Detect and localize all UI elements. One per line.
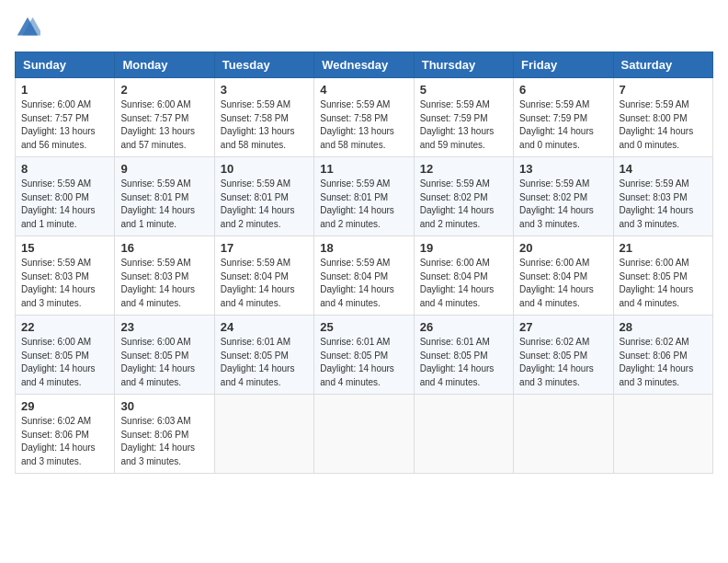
day-info: Sunrise: 5:59 AM Sunset: 8:00 PM Dayligh… (620, 98, 707, 152)
day-info: Sunrise: 6:00 AM Sunset: 8:05 PM Dayligh… (120, 336, 208, 389)
day-number: 1 (21, 83, 108, 97)
day-number: 28 (620, 320, 707, 334)
day-number: 3 (221, 83, 308, 97)
calendar-cell: 18Sunrise: 5:59 AM Sunset: 8:04 PM Dayli… (314, 236, 414, 316)
calendar-week-4: 22Sunrise: 6:00 AM Sunset: 8:05 PM Dayli… (16, 316, 713, 395)
day-number: 2 (120, 83, 208, 97)
calendar-cell: 6Sunrise: 5:59 AM Sunset: 7:59 PM Daylig… (514, 78, 613, 157)
day-info: Sunrise: 5:59 AM Sunset: 8:03 PM Dayligh… (120, 257, 208, 310)
calendar-cell: 15Sunrise: 5:59 AM Sunset: 8:03 PM Dayli… (16, 236, 115, 316)
day-info: Sunrise: 6:02 AM Sunset: 8:06 PM Dayligh… (21, 415, 108, 468)
day-info: Sunrise: 6:00 AM Sunset: 8:04 PM Dayligh… (519, 257, 607, 310)
calendar-cell: 14Sunrise: 5:59 AM Sunset: 8:03 PM Dayli… (613, 157, 712, 236)
day-info: Sunrise: 5:59 AM Sunset: 7:58 PM Dayligh… (320, 98, 407, 152)
calendar-cell: 26Sunrise: 6:01 AM Sunset: 8:05 PM Dayli… (414, 316, 513, 395)
day-number: 8 (21, 162, 108, 176)
calendar-cell: 21Sunrise: 6:00 AM Sunset: 8:05 PM Dayli… (613, 236, 712, 316)
calendar-cell: 25Sunrise: 6:01 AM Sunset: 8:05 PM Dayli… (314, 316, 414, 395)
weekday-header-tuesday: Tuesday (214, 52, 313, 78)
day-number: 29 (21, 399, 108, 413)
calendar-cell (214, 395, 313, 474)
calendar-cell: 9Sunrise: 5:59 AM Sunset: 8:01 PM Daylig… (115, 157, 214, 236)
calendar-cell: 5Sunrise: 5:59 AM Sunset: 7:59 PM Daylig… (414, 78, 513, 157)
day-info: Sunrise: 5:59 AM Sunset: 8:00 PM Dayligh… (21, 178, 108, 231)
calendar-cell: 22Sunrise: 6:00 AM Sunset: 8:05 PM Dayli… (16, 316, 115, 395)
day-info: Sunrise: 6:02 AM Sunset: 8:05 PM Dayligh… (519, 336, 607, 389)
day-info: Sunrise: 5:59 AM Sunset: 8:01 PM Dayligh… (120, 178, 208, 231)
calendar-cell (514, 395, 613, 474)
day-number: 11 (320, 162, 407, 176)
day-number: 22 (21, 320, 108, 334)
day-number: 20 (519, 241, 607, 255)
day-number: 18 (320, 241, 407, 255)
day-number: 26 (420, 320, 507, 334)
day-number: 19 (420, 241, 507, 255)
day-number: 9 (120, 162, 208, 176)
calendar-cell: 12Sunrise: 5:59 AM Sunset: 8:02 PM Dayli… (414, 157, 513, 236)
day-info: Sunrise: 6:00 AM Sunset: 7:57 PM Dayligh… (120, 98, 208, 152)
day-info: Sunrise: 5:59 AM Sunset: 8:01 PM Dayligh… (221, 178, 308, 231)
calendar-cell: 19Sunrise: 6:00 AM Sunset: 8:04 PM Dayli… (414, 236, 513, 316)
day-info: Sunrise: 5:59 AM Sunset: 8:03 PM Dayligh… (620, 178, 707, 231)
day-number: 6 (519, 83, 607, 97)
day-info: Sunrise: 6:02 AM Sunset: 8:06 PM Dayligh… (620, 336, 707, 389)
day-number: 13 (519, 162, 607, 176)
calendar-table: SundayMondayTuesdayWednesdayThursdayFrid… (15, 52, 713, 474)
calendar-cell: 30Sunrise: 6:03 AM Sunset: 8:06 PM Dayli… (115, 395, 214, 474)
day-number: 7 (620, 83, 707, 97)
calendar-week-3: 15Sunrise: 5:59 AM Sunset: 8:03 PM Dayli… (16, 236, 713, 316)
day-info: Sunrise: 5:59 AM Sunset: 8:04 PM Dayligh… (221, 257, 308, 310)
day-number: 15 (21, 241, 108, 255)
day-info: Sunrise: 6:03 AM Sunset: 8:06 PM Dayligh… (120, 415, 208, 468)
calendar-cell: 23Sunrise: 6:00 AM Sunset: 8:05 PM Dayli… (115, 316, 214, 395)
calendar-cell: 2Sunrise: 6:00 AM Sunset: 7:57 PM Daylig… (115, 78, 214, 157)
weekday-header-thursday: Thursday (414, 52, 513, 78)
day-info: Sunrise: 6:01 AM Sunset: 8:05 PM Dayligh… (420, 336, 507, 389)
page-header (15, 15, 713, 40)
day-info: Sunrise: 6:00 AM Sunset: 7:57 PM Dayligh… (21, 98, 108, 152)
logo (15, 15, 44, 40)
day-number: 10 (221, 162, 308, 176)
calendar-cell: 17Sunrise: 5:59 AM Sunset: 8:04 PM Dayli… (214, 236, 313, 316)
day-info: Sunrise: 6:00 AM Sunset: 8:05 PM Dayligh… (21, 336, 108, 389)
calendar-cell: 8Sunrise: 5:59 AM Sunset: 8:00 PM Daylig… (16, 157, 115, 236)
calendar-week-1: 1Sunrise: 6:00 AM Sunset: 7:57 PM Daylig… (16, 78, 713, 157)
day-number: 23 (120, 320, 208, 334)
day-info: Sunrise: 6:01 AM Sunset: 8:05 PM Dayligh… (221, 336, 308, 389)
logo-icon (15, 15, 40, 40)
weekday-header-saturday: Saturday (613, 52, 712, 78)
day-info: Sunrise: 5:59 AM Sunset: 8:02 PM Dayligh… (519, 178, 607, 231)
day-number: 25 (320, 320, 407, 334)
calendar-cell: 10Sunrise: 5:59 AM Sunset: 8:01 PM Dayli… (214, 157, 313, 236)
day-info: Sunrise: 5:59 AM Sunset: 8:04 PM Dayligh… (320, 257, 407, 310)
day-number: 14 (620, 162, 707, 176)
calendar-cell: 11Sunrise: 5:59 AM Sunset: 8:01 PM Dayli… (314, 157, 414, 236)
calendar-cell: 4Sunrise: 5:59 AM Sunset: 7:58 PM Daylig… (314, 78, 414, 157)
day-info: Sunrise: 5:59 AM Sunset: 8:02 PM Dayligh… (420, 178, 507, 231)
day-number: 4 (320, 83, 407, 97)
day-info: Sunrise: 6:00 AM Sunset: 8:05 PM Dayligh… (620, 257, 707, 310)
day-info: Sunrise: 5:59 AM Sunset: 7:59 PM Dayligh… (519, 98, 607, 152)
weekday-header-wednesday: Wednesday (314, 52, 414, 78)
calendar-cell: 16Sunrise: 5:59 AM Sunset: 8:03 PM Dayli… (115, 236, 214, 316)
calendar-cell (613, 395, 712, 474)
day-number: 27 (519, 320, 607, 334)
calendar-cell: 20Sunrise: 6:00 AM Sunset: 8:04 PM Dayli… (514, 236, 613, 316)
day-number: 24 (221, 320, 308, 334)
day-number: 12 (420, 162, 507, 176)
day-info: Sunrise: 5:59 AM Sunset: 7:58 PM Dayligh… (221, 98, 308, 152)
day-number: 5 (420, 83, 507, 97)
calendar-cell (414, 395, 513, 474)
calendar-cell: 29Sunrise: 6:02 AM Sunset: 8:06 PM Dayli… (16, 395, 115, 474)
calendar-week-5: 29Sunrise: 6:02 AM Sunset: 8:06 PM Dayli… (16, 395, 713, 474)
calendar-cell: 1Sunrise: 6:00 AM Sunset: 7:57 PM Daylig… (16, 78, 115, 157)
day-info: Sunrise: 5:59 AM Sunset: 8:01 PM Dayligh… (320, 178, 407, 231)
day-number: 17 (221, 241, 308, 255)
weekday-header-row: SundayMondayTuesdayWednesdayThursdayFrid… (16, 52, 713, 78)
calendar-cell (314, 395, 414, 474)
day-number: 16 (120, 241, 208, 255)
weekday-header-sunday: Sunday (16, 52, 115, 78)
day-info: Sunrise: 5:59 AM Sunset: 8:03 PM Dayligh… (21, 257, 108, 310)
calendar-week-2: 8Sunrise: 5:59 AM Sunset: 8:00 PM Daylig… (16, 157, 713, 236)
calendar-cell: 7Sunrise: 5:59 AM Sunset: 8:00 PM Daylig… (613, 78, 712, 157)
